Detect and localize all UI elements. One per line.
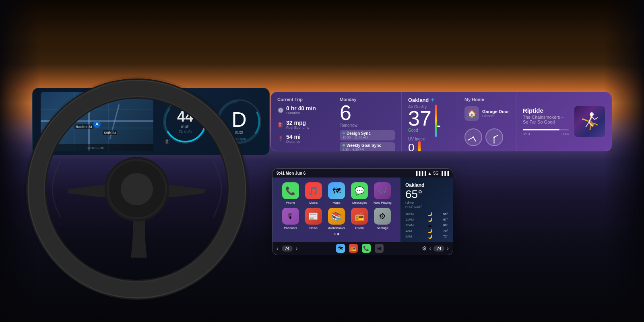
dock-temp-display: 74: [282, 246, 293, 252]
forecast-icon-4: 🌙: [427, 229, 432, 233]
forecast-row-3: 12AM ☁ 68°: [405, 223, 448, 227]
app-audiobooks[interactable]: 📚 Audiobooks: [326, 208, 347, 230]
now-playing-icon: 🎶: [374, 182, 391, 199]
dot-2: [337, 233, 339, 235]
svg-point-21: [121, 173, 153, 205]
dock-temp-right: 74: [433, 246, 444, 252]
forecast-temp-4: 70°: [443, 229, 448, 233]
carplay-weather-widget: Oakland 65° Clear H:72° L:55° 10PM 🌙 65°…: [400, 178, 453, 242]
home-device: 🏠 Garage Door Closed: [464, 106, 510, 121]
news-label: News: [310, 226, 318, 230]
app-row-2: 🎙 Podcasts 📰 News 📚 Audiobooks 📻 Radio ⚙: [279, 208, 394, 230]
svg-line-9: [586, 122, 589, 127]
audiobooks-icon: 📚: [328, 208, 345, 225]
trip-distance-label: Distance: [286, 140, 301, 144]
app-now-playing[interactable]: 🎶 Now Playing: [372, 182, 393, 204]
forecast-time-3: 12AM: [405, 223, 417, 227]
uv-value: 0: [408, 141, 415, 151]
music-artist: The Chainsmokers – So Far So Good: [523, 115, 569, 124]
event-title-2: Weekly Goal Sync: [347, 143, 381, 148]
trip-duration-row: 🕐 0 hr 40 min Duration: [277, 105, 326, 115]
dock-right-controls: ⚙ ‹ 74 ›: [422, 245, 449, 252]
carplay-weather-city: Oakland: [405, 182, 448, 188]
uv-index-label: UV Index: [408, 137, 451, 141]
event-dot-2: [343, 144, 345, 147]
dock-grid-icon[interactable]: ⊞: [375, 244, 384, 253]
trip-duration-value: 0 hr 40 min: [286, 105, 316, 111]
garage-door-status: Closed: [482, 114, 509, 118]
calendar-event-2: Weekly Goal Sync 2:30 – 3:30 PM: [340, 142, 395, 151]
app-row-1: 📞 Phone 🎵 Music 🗺 Maps 💬 Messages 🎶: [279, 182, 394, 204]
music-section: Riptide The Chainsmokers – So Far So Goo…: [516, 92, 611, 151]
forecast-row-4: 1AM 🌙 70°: [405, 229, 448, 233]
radio-icon: 📻: [351, 208, 368, 225]
forecast-icon-1: 🌙: [427, 212, 432, 216]
trip-distance-value: 54 mi: [286, 134, 301, 140]
album-art: 🤸: [574, 106, 605, 137]
clock-icon: 🕐: [277, 107, 284, 114]
app-radio[interactable]: 📻 Radio: [349, 208, 370, 230]
event-time-2: 2:30 – 3:30 PM: [343, 148, 392, 151]
now-playing-label: Now Playing: [374, 201, 391, 204]
settings-label: Settings: [377, 226, 388, 230]
dock-phone-icon[interactable]: 📞: [362, 244, 371, 253]
podcasts-icon: 🎙: [282, 208, 299, 225]
trip-duration-label: Duration: [286, 111, 316, 115]
settings-icon: ⚙: [374, 208, 391, 225]
dock-forward-button[interactable]: ›: [296, 245, 298, 252]
dock-maps-icon[interactable]: 🗺: [336, 244, 345, 253]
trip-fuel-row: ⛽ 32 mpg Fuel Economy: [277, 120, 326, 130]
svg-line-8: [592, 116, 594, 120]
event-time-1: 10:00 – 11:00 AM: [343, 136, 392, 139]
svg-point-6: [590, 112, 594, 116]
steering-wheel: [20, 72, 254, 306]
calendar-tomorrow: Tomorrow: [340, 123, 395, 128]
forecast-temp-5: 72°: [443, 235, 448, 238]
aqi-bar: [435, 105, 437, 137]
trip-fuel-value: 32 mpg: [286, 120, 310, 126]
carplay-dock: ‹ 74 › 🗺 📻 📞 ⊞ ⚙ ‹ 74 ›: [272, 242, 453, 255]
carrier-label: 5G: [433, 171, 438, 175]
music-time-current: 3:13: [523, 132, 530, 136]
app-music[interactable]: 🎵 Music: [303, 182, 324, 204]
carplay-weather-hilow: H:72° L:55°: [405, 205, 448, 208]
page-dots: [279, 233, 394, 235]
app-podcasts[interactable]: 🎙 Podcasts: [280, 208, 301, 230]
forecast-temp-3: 68°: [443, 223, 448, 227]
distance-icon: 📍: [277, 136, 284, 142]
svg-line-7: [589, 116, 592, 122]
dock-radio-icon[interactable]: 📻: [349, 244, 358, 253]
dock-back-left[interactable]: ‹: [429, 245, 431, 252]
dock-settings-icon[interactable]: ⚙: [422, 245, 427, 252]
forecast-row-2: 11PM 🌙 67°: [405, 217, 448, 222]
clock-2: [485, 128, 503, 146]
carplay-status-bar: 9:41 Mon Jun 6 ▐▐▐▐ ▲ 5G ▐▐▐: [272, 169, 453, 178]
garage-icon-box: 🏠: [464, 106, 479, 121]
calendar-event-1: Design Sync 10:00 – 11:00 AM: [340, 130, 395, 140]
clock2-center: [493, 136, 495, 138]
audiobooks-label: Audiobooks: [328, 226, 345, 230]
forecast-time-4: 1AM: [405, 229, 417, 233]
clock-1: [464, 128, 482, 146]
weather-city: Oakland ✈: [408, 97, 451, 103]
app-phone[interactable]: 📞 Phone: [280, 182, 301, 204]
dock-forward-right[interactable]: ›: [447, 245, 449, 252]
signal-icon: ▐▐▐▐: [415, 171, 426, 175]
dock-app-icons: 🗺 📻 📞 ⊞: [301, 244, 418, 253]
phone-icon: 📞: [282, 182, 299, 199]
maps-label: Maps: [332, 201, 341, 204]
music-time-remaining: -0:46: [560, 132, 569, 136]
dock-back-button[interactable]: ‹: [277, 245, 279, 252]
carplay-weather-temp: 65°: [405, 189, 448, 200]
app-messages[interactable]: 💬 Messages: [349, 182, 370, 204]
forecast-icon-3: ☁: [428, 223, 432, 227]
forecast-temp-2: 67°: [443, 218, 448, 221]
messages-label: Messages: [352, 201, 367, 204]
forecast-temp-1: 65°: [443, 212, 448, 216]
carplay-weather-desc: Clear: [405, 201, 448, 205]
app-maps[interactable]: 🗺 Maps: [326, 182, 347, 204]
app-settings[interactable]: ⚙ Settings: [372, 208, 393, 230]
home-section: My Home 🏠 Garage Door Closed: [458, 92, 516, 151]
home-clocks: [464, 128, 510, 146]
app-news[interactable]: 📰 News: [303, 208, 324, 230]
